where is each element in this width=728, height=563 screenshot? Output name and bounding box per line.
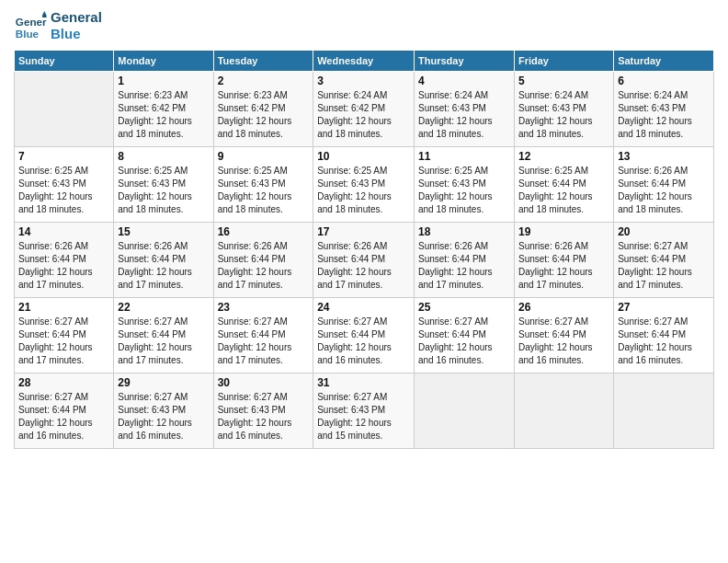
day-cell: 20Sunrise: 6:27 AM Sunset: 6:44 PM Dayli… [614,223,714,298]
day-info: Sunrise: 6:23 AM Sunset: 6:42 PM Dayligh… [118,89,209,141]
day-cell: 8Sunrise: 6:25 AM Sunset: 6:43 PM Daylig… [114,147,213,223]
week-row-0: 1Sunrise: 6:23 AM Sunset: 6:42 PM Daylig… [15,72,714,147]
day-number: 5 [518,75,609,87]
day-number: 24 [317,301,410,314]
day-info: Sunrise: 6:26 AM Sunset: 6:44 PM Dayligh… [218,240,310,292]
day-cell: 29Sunrise: 6:27 AM Sunset: 6:43 PM Dayli… [114,373,213,449]
day-info: Sunrise: 6:24 AM Sunset: 6:42 PM Dayligh… [317,89,410,141]
day-info: Sunrise: 6:27 AM Sunset: 6:44 PM Dayligh… [317,316,410,367]
day-info: Sunrise: 6:26 AM Sunset: 6:44 PM Dayligh… [518,240,609,292]
day-cell [15,72,114,147]
day-number: 19 [518,225,609,238]
calendar-header-row: SundayMondayTuesdayWednesdayThursdayFrid… [15,51,714,72]
day-number: 20 [618,225,710,238]
day-cell: 18Sunrise: 6:26 AM Sunset: 6:44 PM Dayli… [415,223,515,298]
calendar: SundayMondayTuesdayWednesdayThursdayFrid… [14,50,714,449]
day-cell: 15Sunrise: 6:26 AM Sunset: 6:44 PM Dayli… [114,223,213,298]
day-number: 10 [317,150,410,163]
day-info: Sunrise: 6:26 AM Sunset: 6:44 PM Dayligh… [317,240,410,292]
day-number: 22 [118,301,209,314]
day-info: Sunrise: 6:27 AM Sunset: 6:44 PM Dayligh… [418,316,510,367]
day-info: Sunrise: 6:26 AM Sunset: 6:44 PM Dayligh… [18,240,109,292]
day-cell: 13Sunrise: 6:26 AM Sunset: 6:44 PM Dayli… [614,147,714,223]
day-number: 3 [317,75,410,87]
day-info: Sunrise: 6:27 AM Sunset: 6:44 PM Dayligh… [18,316,109,367]
day-info: Sunrise: 6:24 AM Sunset: 6:43 PM Dayligh… [418,89,510,141]
day-number: 8 [118,150,209,163]
day-cell: 6Sunrise: 6:24 AM Sunset: 6:43 PM Daylig… [614,72,714,147]
day-info: Sunrise: 6:27 AM Sunset: 6:44 PM Dayligh… [18,391,109,442]
day-cell: 21Sunrise: 6:27 AM Sunset: 6:44 PM Dayli… [15,298,114,373]
day-cell: 10Sunrise: 6:25 AM Sunset: 6:43 PM Dayli… [313,147,415,223]
day-cell: 25Sunrise: 6:27 AM Sunset: 6:44 PM Dayli… [415,298,515,373]
day-info: Sunrise: 6:27 AM Sunset: 6:44 PM Dayligh… [618,240,710,292]
day-number: 21 [18,301,109,314]
day-cell: 31Sunrise: 6:27 AM Sunset: 6:43 PM Dayli… [313,373,415,449]
day-number: 6 [618,75,710,87]
page: General Blue GeneralBlue SundayMondayTue… [0,0,728,563]
col-header-wednesday: Wednesday [313,51,415,72]
day-info: Sunrise: 6:24 AM Sunset: 6:43 PM Dayligh… [518,89,609,141]
day-number: 1 [118,75,209,87]
day-info: Sunrise: 6:26 AM Sunset: 6:44 PM Dayligh… [618,165,710,216]
day-info: Sunrise: 6:25 AM Sunset: 6:43 PM Dayligh… [18,165,109,216]
week-row-2: 14Sunrise: 6:26 AM Sunset: 6:44 PM Dayli… [15,223,714,298]
col-header-tuesday: Tuesday [213,51,313,72]
day-number: 17 [317,225,410,238]
day-cell: 16Sunrise: 6:26 AM Sunset: 6:44 PM Dayli… [213,223,313,298]
day-number: 26 [518,301,609,314]
week-row-4: 28Sunrise: 6:27 AM Sunset: 6:44 PM Dayli… [15,373,714,449]
day-cell: 19Sunrise: 6:26 AM Sunset: 6:44 PM Dayli… [514,223,613,298]
day-cell [514,373,613,449]
svg-text:Blue: Blue [16,28,40,40]
day-number: 12 [518,150,609,163]
day-cell: 17Sunrise: 6:26 AM Sunset: 6:44 PM Dayli… [313,223,415,298]
day-info: Sunrise: 6:27 AM Sunset: 6:44 PM Dayligh… [518,316,609,367]
day-number: 18 [418,225,510,238]
day-cell: 3Sunrise: 6:24 AM Sunset: 6:42 PM Daylig… [313,72,415,147]
day-number: 11 [418,150,510,163]
day-number: 29 [118,376,209,389]
col-header-friday: Friday [514,51,613,72]
day-cell: 5Sunrise: 6:24 AM Sunset: 6:43 PM Daylig… [514,72,613,147]
day-number: 25 [418,301,510,314]
day-cell: 4Sunrise: 6:24 AM Sunset: 6:43 PM Daylig… [415,72,515,147]
day-info: Sunrise: 6:23 AM Sunset: 6:42 PM Dayligh… [218,89,310,141]
day-cell: 9Sunrise: 6:25 AM Sunset: 6:43 PM Daylig… [213,147,313,223]
day-number: 4 [418,75,510,87]
day-info: Sunrise: 6:25 AM Sunset: 6:43 PM Dayligh… [418,165,510,216]
day-info: Sunrise: 6:27 AM Sunset: 6:44 PM Dayligh… [118,316,209,367]
day-cell: 28Sunrise: 6:27 AM Sunset: 6:44 PM Dayli… [15,373,114,449]
day-number: 7 [18,150,109,163]
day-number: 28 [18,376,109,389]
day-cell [415,373,515,449]
day-cell: 27Sunrise: 6:27 AM Sunset: 6:44 PM Dayli… [614,298,714,373]
day-cell: 26Sunrise: 6:27 AM Sunset: 6:44 PM Dayli… [514,298,613,373]
day-cell: 23Sunrise: 6:27 AM Sunset: 6:44 PM Dayli… [213,298,313,373]
logo-text: GeneralBlue [51,9,102,42]
day-number: 2 [218,75,310,87]
day-number: 27 [618,301,710,314]
day-number: 31 [317,376,410,389]
day-info: Sunrise: 6:25 AM Sunset: 6:43 PM Dayligh… [118,165,209,216]
day-info: Sunrise: 6:25 AM Sunset: 6:43 PM Dayligh… [218,165,310,216]
day-cell: 11Sunrise: 6:25 AM Sunset: 6:43 PM Dayli… [415,147,515,223]
day-number: 9 [218,150,310,163]
day-cell: 2Sunrise: 6:23 AM Sunset: 6:42 PM Daylig… [213,72,313,147]
col-header-sunday: Sunday [15,51,114,72]
day-cell: 1Sunrise: 6:23 AM Sunset: 6:42 PM Daylig… [114,72,213,147]
col-header-saturday: Saturday [614,51,714,72]
day-number: 13 [618,150,710,163]
day-cell: 12Sunrise: 6:25 AM Sunset: 6:44 PM Dayli… [514,147,613,223]
day-info: Sunrise: 6:27 AM Sunset: 6:43 PM Dayligh… [218,391,310,442]
day-info: Sunrise: 6:27 AM Sunset: 6:43 PM Dayligh… [118,391,209,442]
day-cell: 22Sunrise: 6:27 AM Sunset: 6:44 PM Dayli… [114,298,213,373]
day-cell: 24Sunrise: 6:27 AM Sunset: 6:44 PM Dayli… [313,298,415,373]
day-info: Sunrise: 6:27 AM Sunset: 6:44 PM Dayligh… [218,316,310,367]
week-row-1: 7Sunrise: 6:25 AM Sunset: 6:43 PM Daylig… [15,147,714,223]
day-info: Sunrise: 6:24 AM Sunset: 6:43 PM Dayligh… [618,89,710,141]
day-number: 16 [218,225,310,238]
day-number: 14 [18,225,109,238]
day-info: Sunrise: 6:25 AM Sunset: 6:43 PM Dayligh… [317,165,410,216]
day-cell: 14Sunrise: 6:26 AM Sunset: 6:44 PM Dayli… [15,223,114,298]
